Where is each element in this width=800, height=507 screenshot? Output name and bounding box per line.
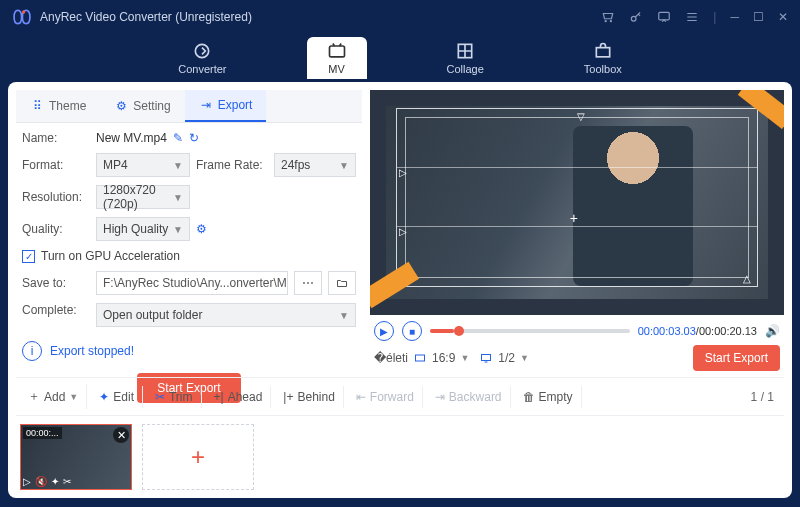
nav-collage[interactable]: Collage xyxy=(427,37,504,79)
trash-icon: 🗑 xyxy=(523,390,535,404)
svg-rect-2 xyxy=(659,12,670,20)
edit-name-icon[interactable]: ✎ xyxy=(173,131,183,145)
btn-label: Ahead xyxy=(228,390,263,404)
screen-select[interactable]: 1/2▼ xyxy=(479,351,529,365)
name-label: Name: xyxy=(22,131,90,145)
wand-icon: ✦ xyxy=(99,390,109,404)
btn-label: Forward xyxy=(370,390,414,404)
video-preview[interactable]: ▽ △ ▷ ▷ + xyxy=(370,90,784,315)
svg-rect-4 xyxy=(329,46,344,57)
setting-icon: ⚙ xyxy=(114,99,128,113)
thumb-duration: 00:00:... xyxy=(23,427,62,439)
name-value: New MV.mp4 xyxy=(96,131,167,145)
quality-settings-icon[interactable]: ⚙ xyxy=(196,222,356,236)
svg-point-3 xyxy=(196,44,209,57)
thumb-mute-icon[interactable]: 🔇 xyxy=(35,476,47,487)
add-button[interactable]: ＋Add▼ xyxy=(20,384,87,409)
tab-label: Theme xyxy=(49,99,86,113)
btn-label: Behind xyxy=(297,390,334,404)
saveto-path[interactable]: F:\AnyRec Studio\Any...onverter\MV Expor… xyxy=(96,271,288,295)
playback-time: 00:00:03.03/00:00:20.13 xyxy=(638,325,757,337)
main-navbar: Converter MV Collage Toolbox xyxy=(0,34,800,82)
edit-button[interactable]: ✦Edit xyxy=(91,386,143,408)
chevron-down-icon: ▼ xyxy=(339,160,349,171)
tab-label: Export xyxy=(218,98,253,112)
resolution-select[interactable]: 1280x720 (720p)▼ xyxy=(96,185,190,209)
maximize-icon[interactable]: ☐ xyxy=(753,10,764,24)
play-button[interactable]: ▶ xyxy=(374,321,394,341)
chevron-down-icon: ▼ xyxy=(339,310,349,321)
framerate-label: Frame Rate: xyxy=(196,158,268,172)
tab-export[interactable]: ⇥Export xyxy=(185,90,267,122)
forward-icon: ⇤ xyxy=(356,390,366,404)
close-icon[interactable]: ✕ xyxy=(778,10,788,24)
format-label: Format: xyxy=(22,158,90,172)
empty-button[interactable]: 🗑Empty xyxy=(515,386,582,408)
tab-setting[interactable]: ⚙Setting xyxy=(100,90,184,122)
titlebar: AnyRec Video Converter (Unregistered) | … xyxy=(0,0,800,34)
select-value: Open output folder xyxy=(103,308,202,322)
browse-folder-button[interactable] xyxy=(328,271,356,295)
nav-toolbox[interactable]: Toolbox xyxy=(564,37,642,79)
add-clip-button[interactable]: + xyxy=(142,424,254,490)
thumb-trim-icon[interactable]: ✂ xyxy=(63,476,71,487)
app-title: AnyRec Video Converter (Unregistered) xyxy=(40,10,252,24)
more-path-button[interactable]: ⋯ xyxy=(294,271,322,295)
thumb-edit-icon[interactable]: ✦ xyxy=(51,476,59,487)
aspect-value: 16:9 xyxy=(432,351,455,365)
backward-button: ⇥Backward xyxy=(427,386,511,408)
btn-label: Empty xyxy=(539,390,573,404)
menu-icon[interactable] xyxy=(685,10,699,24)
ahead-button[interactable]: +|Ahead xyxy=(206,386,272,408)
trim-button[interactable]: ✂Trim xyxy=(147,386,202,408)
gpu-checkbox[interactable]: ✓ xyxy=(22,250,35,263)
scissors-icon: ✂ xyxy=(155,390,165,404)
svg-rect-6 xyxy=(596,48,609,57)
reset-name-icon[interactable]: ↻ xyxy=(189,131,199,145)
seek-slider[interactable] xyxy=(430,329,630,333)
stop-button[interactable]: ■ xyxy=(402,321,422,341)
nav-label: Toolbox xyxy=(584,63,622,75)
alert-text: Export stopped! xyxy=(50,344,134,358)
quality-select[interactable]: High Quality▼ xyxy=(96,217,190,241)
saveto-label: Save to: xyxy=(22,276,90,290)
framerate-select[interactable]: 24fps▼ xyxy=(274,153,356,177)
toolbox-icon xyxy=(593,41,613,61)
select-value: 24fps xyxy=(281,158,310,172)
clip-toolbar: ＋Add▼ ✦Edit ✂Trim +|Ahead |+Behind ⇤Forw… xyxy=(16,377,784,416)
plus-icon: ＋ xyxy=(28,388,40,405)
pager: 1 / 1 xyxy=(745,390,780,404)
gpu-label: Turn on GPU Acceleration xyxy=(41,249,180,263)
chevron-down-icon: ▼ xyxy=(69,392,78,402)
complete-label: Complete: xyxy=(22,303,90,327)
volume-icon[interactable]: 🔊 xyxy=(765,324,780,338)
format-select[interactable]: MP4▼ xyxy=(96,153,190,177)
minimize-icon[interactable]: ─ xyxy=(730,10,739,24)
btn-label: Trim xyxy=(169,390,193,404)
remove-clip-icon[interactable]: ✕ xyxy=(113,427,129,443)
nav-mv[interactable]: MV xyxy=(307,37,367,79)
export-panel: ⠿Theme ⚙Setting ⇥Export Name: New MV.mp4… xyxy=(16,90,362,377)
start-export-button-right[interactable]: Start Export xyxy=(693,345,780,371)
resolution-label: Resolution: xyxy=(22,190,90,204)
screen-value: 1/2 xyxy=(498,351,515,365)
aspect-icon: �életi xyxy=(374,351,408,365)
forward-button: ⇤Forward xyxy=(348,386,423,408)
nav-converter[interactable]: Converter xyxy=(158,37,246,79)
thumb-play-icon[interactable]: ▷ xyxy=(23,476,31,487)
chevron-down-icon: ▼ xyxy=(173,224,183,235)
feedback-icon[interactable] xyxy=(657,10,671,24)
select-value: High Quality xyxy=(103,222,168,236)
behind-button[interactable]: |+Behind xyxy=(275,386,344,408)
select-value: MP4 xyxy=(103,158,128,172)
collage-icon xyxy=(455,41,475,61)
complete-select[interactable]: Open output folder▼ xyxy=(96,303,356,327)
clip-thumbnail[interactable]: 00:00:... ✕ ▷ 🔇 ✦ ✂ xyxy=(20,424,132,490)
nav-label: MV xyxy=(328,63,345,75)
tab-theme[interactable]: ⠿Theme xyxy=(16,90,100,122)
backward-icon: ⇥ xyxy=(435,390,445,404)
aspect-select[interactable]: �életi16:9▼ xyxy=(374,351,469,365)
cart-icon[interactable] xyxy=(601,10,615,24)
key-icon[interactable] xyxy=(629,10,643,24)
svg-point-0 xyxy=(22,10,25,13)
